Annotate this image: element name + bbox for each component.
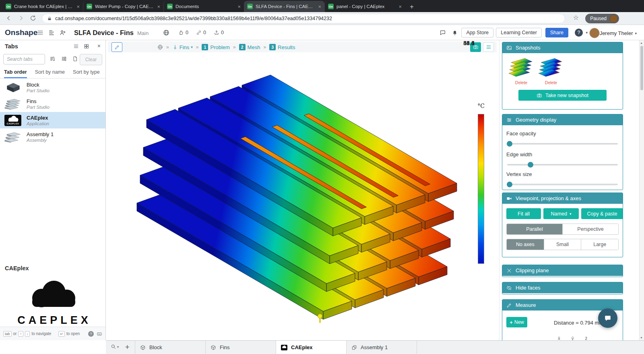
reload-icon[interactable] (30, 15, 36, 21)
panel-scrollbar[interactable]: ▲ ▼ (639, 40, 644, 340)
new-tab-button[interactable]: + (410, 3, 414, 10)
slider-handle[interactable] (528, 162, 533, 168)
snapshots-header[interactable]: Snapshots (502, 42, 623, 53)
list-view-icon[interactable] (73, 43, 79, 49)
parallel-option[interactable]: Parallel (507, 224, 562, 234)
document-outline-icon[interactable] (48, 29, 55, 36)
sort-tab-order[interactable]: Tab order (4, 67, 27, 78)
globe-small-icon[interactable] (157, 44, 163, 50)
app-store-button[interactable]: App Store (461, 28, 493, 37)
breadcrumb-entity[interactable]: Fins ▾ (172, 44, 193, 50)
workspace-label[interactable]: Main (137, 30, 149, 36)
documents-icon[interactable] (61, 56, 67, 62)
library-icon[interactable] (50, 56, 56, 62)
no-axes-option[interactable]: No axes (507, 239, 544, 250)
sidebar-item-fins[interactable]: FinsPart Studio (0, 95, 105, 112)
scrollbar-thumb[interactable] (640, 46, 643, 90)
3d-viewport[interactable]: » Fins ▾ » 1 Problem » 2 Mesh » 3 Result… (106, 40, 499, 340)
take-new-snapshot-button[interactable]: Take new snapshot (518, 90, 607, 101)
element-tab-caeplex[interactable]: CAEplex (276, 341, 347, 354)
blank-page-icon[interactable] (72, 56, 78, 62)
close-panel-icon[interactable]: × (97, 43, 101, 49)
panel-menu-button[interactable] (483, 42, 494, 52)
delete-snapshot-link[interactable]: Delete (538, 80, 564, 85)
fit-all-button[interactable]: Fit all (506, 208, 541, 219)
edit-button[interactable] (111, 42, 122, 52)
face-opacity-slider[interactable] (507, 141, 618, 147)
delete-snapshot-link[interactable]: Delete (508, 80, 535, 85)
snapshot-thumbnail[interactable] (538, 56, 564, 79)
sidebar-item-block[interactable]: BlockPart Studio (0, 79, 105, 95)
onshape-logo[interactable]: Onshape (5, 28, 37, 37)
vertex-size-slider[interactable] (507, 182, 618, 187)
hide-faces-header[interactable]: Hide faces (502, 282, 623, 293)
copy-paste-button[interactable]: Copy & paste (581, 208, 623, 219)
grid-view-icon[interactable] (84, 43, 89, 49)
large-axes-option[interactable]: Large (581, 239, 618, 250)
tab-close-icon[interactable]: × (76, 4, 80, 9)
slider-handle[interactable] (507, 141, 512, 147)
perspective-option[interactable]: Perspective (562, 224, 618, 234)
element-tab-block[interactable]: Block (135, 341, 206, 354)
tab-finder-icon[interactable]: ▾ (111, 344, 119, 350)
add-element-button[interactable]: + (125, 343, 130, 352)
clear-search-button[interactable]: Clear (80, 54, 102, 65)
small-axes-option[interactable]: Small (544, 239, 581, 250)
sidebar-item-assembly[interactable]: Assembly 1Assembly (0, 128, 105, 145)
tab-close-icon[interactable]: × (398, 4, 402, 9)
chat-widget-button[interactable] (598, 308, 617, 328)
share-user-icon[interactable] (60, 29, 66, 36)
new-measure-button[interactable]: + New (506, 317, 527, 327)
help-caret-icon: ▾ (586, 31, 588, 35)
clipping-plane-header[interactable]: Clipping plane (502, 265, 623, 276)
paused-profile-chip[interactable]: Paused (585, 14, 619, 23)
share-button[interactable]: Share (545, 28, 568, 37)
browser-tab-active[interactable]: On SLFA Device - Fins | CAEplex × (244, 1, 324, 12)
globe-icon[interactable] (163, 29, 169, 36)
element-tab-assembly[interactable]: Assembly 1 (347, 341, 417, 354)
bookmark-star-icon[interactable]: ☆ (573, 14, 579, 21)
main-menu-icon[interactable] (37, 29, 43, 36)
snapshot-thumbnail[interactable] (508, 56, 535, 79)
tab-close-icon[interactable]: × (237, 4, 241, 9)
browser-tab[interactable]: On Water Pump - Copy | CAEple × (83, 1, 163, 12)
scroll-down-icon[interactable]: ▼ (640, 336, 643, 339)
element-tab-fins[interactable]: Fins (206, 341, 276, 354)
part-studio-icon (211, 345, 216, 350)
scroll-up-icon[interactable]: ▲ (640, 41, 643, 44)
comments-icon[interactable] (440, 29, 446, 36)
back-icon[interactable] (6, 15, 12, 21)
onshape-favicon: On (6, 4, 11, 9)
sort-by-type[interactable]: Sort by type (73, 67, 100, 78)
step-results[interactable]: 3 Results (269, 44, 295, 50)
forward-icon[interactable] (18, 15, 24, 21)
links-count[interactable]: 0 (196, 30, 206, 35)
user-menu[interactable]: Jeremy Theler ▾ (600, 30, 637, 36)
named-views-button[interactable]: Named ▾ (543, 208, 579, 219)
edge-width-slider[interactable] (507, 162, 618, 168)
step-mesh[interactable]: 2 Mesh (239, 44, 260, 50)
search-tabs-input[interactable] (3, 54, 45, 64)
address-bar[interactable]: cad.onshape.com/documents/1f15d506a9cb39… (42, 14, 565, 23)
tab-close-icon[interactable]: × (318, 4, 321, 9)
export-count[interactable]: 0 (214, 30, 224, 35)
help-button[interactable]: ? (575, 29, 583, 37)
slider-handle[interactable] (507, 182, 512, 187)
browser-tab[interactable]: On Documents × (163, 1, 244, 12)
sidebar-item-caeplex[interactable]: CAEPLEX CAEplexApplication (0, 112, 105, 128)
tab-close-icon[interactable]: × (157, 4, 160, 9)
user-avatar[interactable] (589, 28, 600, 38)
learning-center-button[interactable]: Learning Center (496, 28, 542, 37)
browser-tab[interactable]: On panel - Copy | CAEplex × (324, 1, 405, 12)
sidebar-title: Tabs (5, 43, 18, 50)
keyboard-icon[interactable] (97, 331, 102, 337)
notifications-bell-icon[interactable] (452, 29, 458, 36)
step-problem[interactable]: 1 Problem (202, 44, 229, 50)
help-hint-icon[interactable]: ? (88, 331, 94, 337)
viewpoint-header[interactable]: Viewpoint, projection & axes (502, 193, 623, 204)
sort-by-name[interactable]: Sort by name (35, 67, 65, 78)
browser-tab[interactable]: On Crane hook for CAEplex | CAE × (2, 1, 83, 12)
likes-count[interactable]: 0 (178, 30, 188, 35)
fea-result-model[interactable] (106, 40, 499, 340)
geometry-display-header[interactable]: Geometry display (502, 114, 623, 125)
